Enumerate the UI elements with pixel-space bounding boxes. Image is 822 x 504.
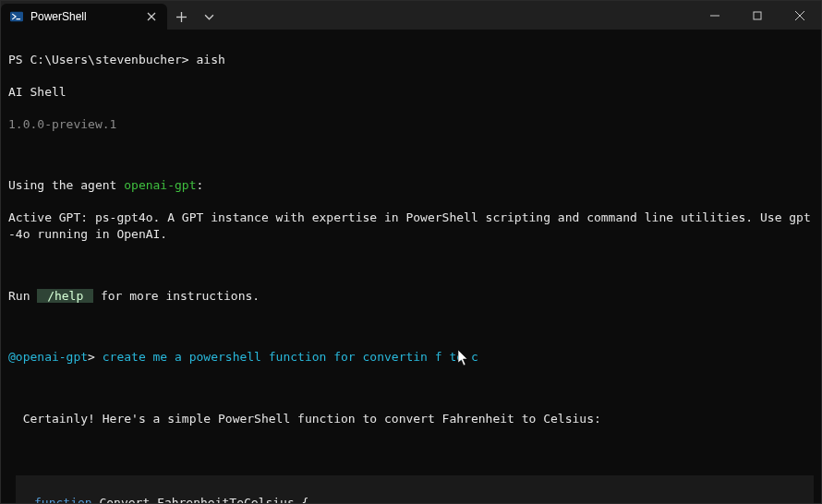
- window-controls: [694, 1, 821, 30]
- user-query: create me a powershell function for conv…: [103, 350, 478, 364]
- tab-strip: PowerShell: [1, 1, 223, 30]
- powershell-icon: [10, 10, 23, 23]
- agent-name: openai-gpt: [124, 178, 196, 192]
- titlebar-drag-area[interactable]: [223, 1, 694, 30]
- run-post: for more instructions.: [93, 289, 260, 303]
- svg-rect-7: [754, 12, 761, 19]
- code-block: function Convert-FahrenheitToCelsius { p…: [16, 475, 814, 503]
- titlebar: PowerShell: [1, 1, 821, 30]
- ai-prompt-agent: @openai-gpt: [8, 350, 88, 364]
- ps-command: aish: [197, 53, 225, 66]
- ps-prompt: PS C:\Users\stevenbucher>: [8, 53, 197, 66]
- code-fn-name: Convert-FahrenheitToCelsius {: [92, 496, 309, 503]
- using-agent-post: :: [197, 178, 204, 192]
- help-command: /help: [37, 289, 93, 303]
- banner-version: 1.0.0-preview.1: [8, 116, 814, 133]
- tab-powershell[interactable]: PowerShell: [1, 4, 167, 30]
- reply-intro: Certainly! Here's a simple PowerShell fu…: [8, 411, 814, 427]
- close-window-button[interactable]: [779, 1, 821, 30]
- active-gpt-desc: Active GPT: ps-gpt4o. A GPT instance wit…: [8, 210, 814, 242]
- terminal-window: PowerShell PS C:\Users: [0, 0, 822, 504]
- terminal-body[interactable]: PS C:\Users\stevenbucher> aish AI Shell …: [1, 30, 821, 503]
- using-agent-pre: Using the agent: [8, 178, 124, 192]
- new-tab-button[interactable]: [167, 4, 195, 30]
- ai-prompt-gt: >: [88, 350, 103, 364]
- svg-rect-0: [10, 12, 23, 22]
- minimize-button[interactable]: [694, 1, 736, 30]
- maximize-button[interactable]: [736, 1, 779, 30]
- tab-label: PowerShell: [30, 10, 138, 23]
- run-pre: Run: [8, 289, 37, 303]
- tab-close-icon[interactable]: [145, 10, 158, 23]
- tab-dropdown-button[interactable]: [195, 4, 223, 30]
- code-keyword: function: [34, 496, 92, 503]
- banner-title: AI Shell: [8, 84, 814, 101]
